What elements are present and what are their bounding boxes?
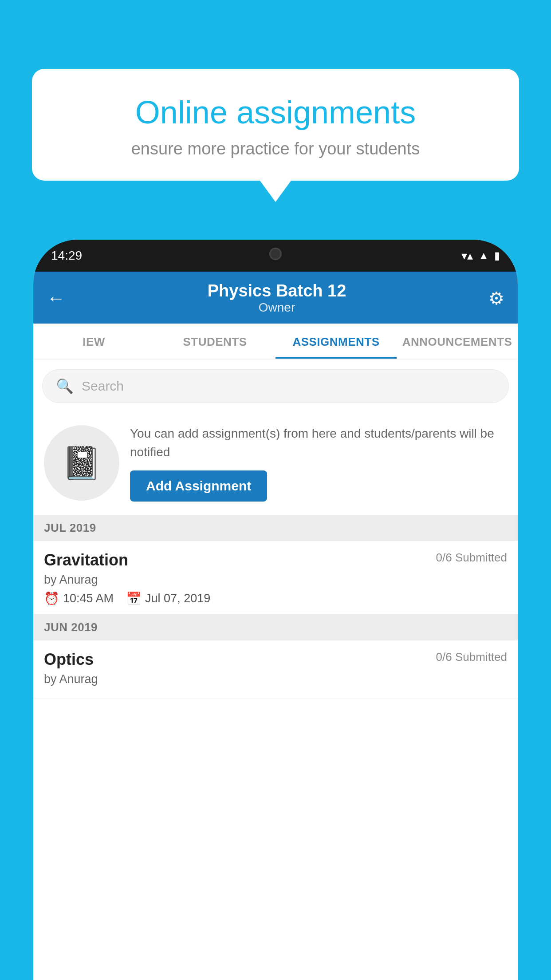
- assignment-time-value: 10:45 AM: [63, 592, 114, 605]
- signal-icon: ▲: [478, 249, 489, 262]
- batch-title: Physics Batch 12: [208, 281, 346, 300]
- assignment-meta-gravitation: ⏰ 10:45 AM 📅 Jul 07, 2019: [44, 591, 507, 606]
- assignment-time: ⏰ 10:45 AM: [44, 591, 114, 606]
- app-header: ← Physics Batch 12 Owner ⚙: [33, 272, 518, 324]
- tab-announcements[interactable]: ANNOUNCEMENTS: [397, 324, 518, 359]
- section-label-jul: JUL 2019: [44, 521, 96, 534]
- assignment-gravitation[interactable]: Gravitation 0/6 Submitted by Anurag ⏰ 10…: [33, 541, 518, 614]
- assignment-name-gravitation: Gravitation: [44, 551, 128, 569]
- search-placeholder: Search: [82, 379, 124, 394]
- section-jun-2019: JUN 2019: [33, 614, 518, 640]
- promo-icon-circle: 📓: [44, 425, 119, 501]
- tab-assignments[interactable]: ASSIGNMENTS: [276, 324, 397, 359]
- assignment-row1: Gravitation 0/6 Submitted: [44, 551, 507, 569]
- status-time: 14:29: [51, 249, 82, 263]
- calendar-icon: 📅: [126, 591, 142, 606]
- batch-role: Owner: [208, 300, 346, 315]
- settings-button[interactable]: ⚙: [488, 288, 504, 308]
- phone-frame: 14:29 ▾▴ ▲ ▮ ← Physics Batch 12 Owner ⚙ …: [33, 240, 518, 980]
- promo-content: You can add assignment(s) from here and …: [130, 424, 507, 502]
- promo-card: 📓 You can add assignment(s) from here an…: [33, 413, 518, 515]
- screen: ← Physics Batch 12 Owner ⚙ IEW STUDENTS …: [33, 272, 518, 980]
- status-bar: 14:29 ▾▴ ▲ ▮: [33, 240, 518, 272]
- tab-overview[interactable]: IEW: [33, 324, 154, 359]
- assignment-optics[interactable]: Optics 0/6 Submitted by Anurag: [33, 640, 518, 699]
- assignment-by-gravitation: by Anurag: [44, 573, 507, 587]
- assignment-name-optics: Optics: [44, 650, 94, 669]
- wifi-icon: ▾▴: [461, 249, 473, 263]
- tab-students[interactable]: STUDENTS: [154, 324, 276, 359]
- assignment-date-value: Jul 07, 2019: [145, 592, 210, 605]
- notebook-icon: 📓: [62, 444, 102, 482]
- assignment-submitted-optics: 0/6 Submitted: [436, 650, 507, 664]
- back-button[interactable]: ←: [47, 288, 65, 309]
- search-icon: 🔍: [56, 378, 74, 395]
- tooltip-card: Online assignments ensure more practice …: [32, 69, 519, 181]
- section-label-jun: JUN 2019: [44, 620, 98, 634]
- search-bar[interactable]: 🔍 Search: [42, 369, 509, 403]
- assignment-date: 📅 Jul 07, 2019: [126, 591, 210, 606]
- assignment-by-optics: by Anurag: [44, 672, 507, 686]
- assignment-submitted-gravitation: 0/6 Submitted: [436, 551, 507, 565]
- assignment-row1-optics: Optics 0/6 Submitted: [44, 650, 507, 669]
- clock-icon: ⏰: [44, 591, 59, 606]
- tooltip-subtitle: ensure more practice for your students: [59, 139, 492, 158]
- promo-text: You can add assignment(s) from here and …: [130, 424, 507, 462]
- header-title-area: Physics Batch 12 Owner: [208, 281, 346, 315]
- tooltip-title: Online assignments: [59, 93, 492, 131]
- camera: [269, 248, 282, 260]
- status-icons: ▾▴ ▲ ▮: [461, 249, 500, 263]
- section-jul-2019: JUL 2019: [33, 515, 518, 541]
- battery-icon: ▮: [494, 249, 500, 262]
- tab-bar: IEW STUDENTS ASSIGNMENTS ANNOUNCEMENTS: [33, 324, 518, 360]
- add-assignment-button[interactable]: Add Assignment: [130, 470, 267, 502]
